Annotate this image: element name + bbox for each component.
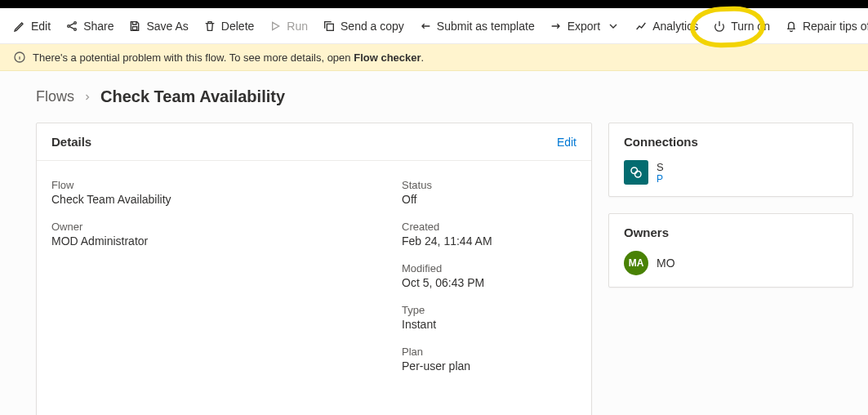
owner-label: Owner [51,221,369,233]
share-icon [65,20,78,33]
save-icon [128,20,141,33]
modified-label: Modified [402,262,576,274]
breadcrumb-root[interactable]: Flows [36,88,74,105]
details-title: Details [51,135,91,149]
details-edit-link[interactable]: Edit [557,136,576,149]
save-as-button[interactable]: Save As [122,15,194,38]
edit-label: Edit [31,20,51,33]
chevron-down-icon [607,20,620,33]
send-copy-button[interactable]: Send a copy [316,15,411,38]
plan-label: Plan [402,346,576,358]
banner-suffix: . [421,51,425,64]
owners-title: Owners [624,225,838,239]
command-bar: Edit Share Save As Delete Run Send a cop… [0,8,868,44]
created-value: Feb 24, 11:44 AM [402,234,576,248]
owner-name: MO [657,257,675,270]
copy-icon [323,20,336,33]
analytics-icon [634,20,648,33]
owner-item[interactable]: MA MO [624,251,838,275]
owners-card: Owners MA MO [608,213,853,288]
created-label: Created [402,221,576,233]
warning-banner: There's a potential problem with this fl… [0,44,868,71]
play-icon [269,20,282,33]
flow-value: Check Team Availability [51,193,369,206]
repair-tips-button[interactable]: Repair tips off [778,15,868,38]
share-button[interactable]: Share [59,15,120,38]
modified-value: Oct 5, 06:43 PM [402,276,576,289]
status-label: Status [402,179,576,191]
type-label: Type [402,304,576,316]
export-button[interactable]: Export [543,15,626,38]
type-value: Instant [402,318,576,331]
edit-button[interactable]: Edit [7,15,57,38]
svg-point-1 [74,21,77,24]
owner-value: MOD Administrator [51,234,369,248]
analytics-button[interactable]: Analytics [628,15,705,38]
banner-link[interactable]: Flow checker [354,51,421,64]
delete-button[interactable]: Delete [197,15,260,38]
flow-label: Flow [51,179,369,191]
submit-template-label: Submit as template [437,20,535,33]
turn-on-button[interactable]: Turn on [706,15,777,38]
svg-rect-3 [133,26,137,29]
bell-icon [785,20,798,33]
svg-rect-4 [327,24,333,30]
breadcrumb: Flows Check Team Availability [36,87,853,106]
repair-tips-label: Repair tips off [803,20,868,33]
breadcrumb-current: Check Team Availability [100,87,285,106]
run-label: Run [287,20,308,33]
submit-template-button[interactable]: Submit as template [412,15,541,38]
submit-icon [419,20,432,33]
connection-item[interactable]: S P [624,160,838,185]
details-card: Details Edit Flow Check Team Availabilit… [36,123,592,415]
svg-point-7 [635,172,642,178]
chevron-right-icon [82,92,92,102]
status-value: Off [402,193,576,206]
plan-value: Per-user plan [402,359,576,373]
delete-label: Delete [221,20,254,33]
export-label: Export [568,20,600,33]
info-icon [13,51,26,64]
turn-on-label: Turn on [731,20,770,33]
connection-line1: S [657,161,664,173]
send-copy-label: Send a copy [341,20,404,33]
pencil-icon [13,20,26,33]
banner-text: There's a potential problem with this fl… [33,51,354,64]
sharepoint-icon [624,160,648,185]
svg-point-2 [74,28,77,30]
connection-line2: P [657,173,664,185]
avatar: MA [624,251,648,275]
run-button: Run [262,15,314,38]
export-icon [550,20,563,33]
power-icon [713,20,726,33]
save-as-label: Save As [146,20,188,33]
svg-point-6 [631,167,638,174]
svg-point-0 [68,25,70,27]
connections-title: Connections [624,135,838,149]
share-label: Share [83,20,114,33]
connections-card: Connections S P [608,123,853,197]
trash-icon [203,20,216,33]
analytics-label: Analytics [652,20,698,33]
